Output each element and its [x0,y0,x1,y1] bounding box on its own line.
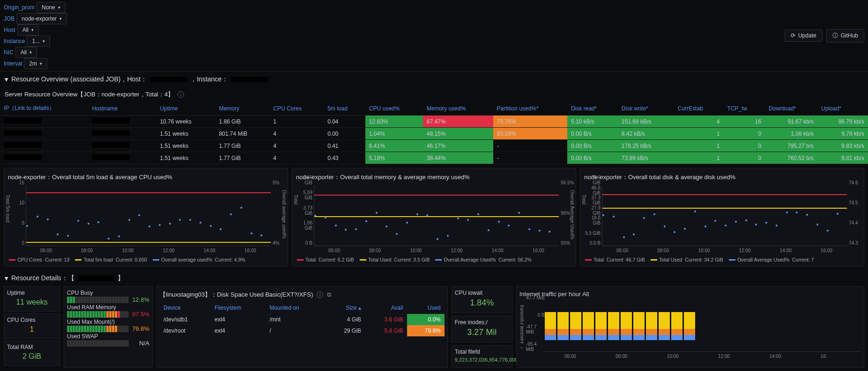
table-row: 1.51 weeks1.77 GiB40.41 6.41% 46.17% - 0… [0,140,868,152]
traffic-bar [646,312,657,340]
legend-item[interactable]: Overall Average Used% Current: 7 [729,257,814,262]
update-button[interactable]: ⟳Update [785,29,823,42]
gauge-value: 87.5% [132,311,149,318]
table-row: 1.51 weeks1.77 GiB40.43 5.18% 38.44% - 0… [0,152,868,164]
row-resource-details[interactable]: ▶ Resource Details：【 】 [0,270,868,286]
col-header[interactable]: Mounted on [266,302,325,314]
legend-item[interactable]: Overall average used% Current: 4.9% [153,257,245,262]
col-header[interactable]: TCP_tw [724,102,765,116]
col-header[interactable]: Download* [765,102,817,116]
col-header[interactable]: CPU Cores [269,102,324,116]
var-select-JOB[interactable]: node-exporter ▾ [16,13,67,24]
gauge-label: Used RAM Memory [67,304,149,311]
col-header[interactable]: Used [407,302,445,314]
col-header[interactable]: Device [160,302,211,314]
traffic-panel: Internet traffic per hour All transmit（-… [516,286,864,368]
legend-item[interactable]: Total Used Current: 34.2 GiB [651,257,723,262]
table-row: 1.51 weeks801.74 MiB40.00 1.04% 48.15% 8… [0,128,868,140]
var-select-Instance[interactable]: 1... ▾ [27,36,50,47]
external-link-icon[interactable]: ⧉ [327,291,331,298]
refresh-icon: ⟳ [791,32,795,39]
traffic-bar [570,312,581,340]
ip-link[interactable] [4,130,41,136]
chart-panel: node-exporter：Overall total memory & ave… [292,168,576,267]
chevron-down-icon: ▾ [59,16,62,21]
col-header[interactable]: IP（Link to details） [0,102,88,116]
chevron-down-icon: ▾ [30,50,32,55]
col-header[interactable]: Filesystem [211,302,266,314]
legend-item[interactable]: Overall Average Used% Current: 56.2% [435,257,532,262]
col-header[interactable]: Partition used%* [493,102,567,116]
github-button[interactable]: ⓘGitHub [826,29,864,43]
traffic-bar [545,312,556,340]
redacted-instance [231,77,268,82]
table-row: 10.76 weeks1.86 GiB10.04 12.83% 87.47% 7… [0,116,868,128]
var-select-Interval[interactable]: 2m ▾ [24,58,47,69]
col-header[interactable]: Memory [215,102,269,116]
gauge-label: Used Max Mount(/) [67,319,149,325]
traffic-y-axis-label: transmit（-）/ receive（+） [519,305,525,344]
legend-item[interactable]: CPU Cores Current: 13 [9,257,69,262]
gauge-panel: CPU Busy 12.8%Used RAM Memory 87.5%Used … [64,286,153,368]
disk-panel-title: 【linuxstaging03】：Disk Space Used Basic(E… [160,291,313,299]
legend-item[interactable]: Total Current: 6.2 GiB [297,257,354,262]
var-label-Instance: Instance [4,38,25,44]
row-resource-overview[interactable]: ▶ Resource Overview (associated JOB)，Hos… [0,72,868,87]
legend-item[interactable]: Total 5m load Current: 0.650 [75,257,147,262]
traffic-bar [659,312,670,340]
chart-panel: node-exporter：Overall total 5m load & av… [4,168,288,267]
chart-panel: node-exporter：Overall total disk & avera… [580,168,864,267]
traffic-bar [621,312,632,340]
gauge-bar [67,340,129,347]
hostname [92,130,129,136]
col-header[interactable]: CPU used% [365,102,423,116]
variable-bar: Origin_prom None ▾JOB node-exporter ▾Hos… [0,0,868,72]
overview-table: IP（Link to details）HostnameUptimeMemoryC… [0,102,868,164]
gauge-value: 79.8% [132,325,149,332]
chart-title: node-exporter：Overall total disk & avera… [583,171,861,185]
legend-item[interactable]: Total Current: 46.7 GiB [585,257,645,262]
col-header[interactable]: Disk write* [618,102,674,116]
table-row: /dev/rootext4/29 GiB 5.8 GiB 79.8% [160,325,445,336]
traffic-bar [608,312,619,340]
col-header[interactable]: CurrEstab [674,102,724,116]
var-select-Origin_prom[interactable]: None ▾ [37,2,66,13]
ip-link[interactable] [4,118,41,124]
traffic-bar [671,312,683,340]
stat-side: Total filefd9,223,372,036,854,776,000 [452,345,512,368]
ip-link[interactable] [4,154,41,160]
chevron-down-icon: ▶ [4,276,9,280]
var-label-Host: Host [4,27,15,33]
var-select-Host[interactable]: All ▾ [17,24,39,36]
legend-item[interactable]: Total Used Current: 3.5 GiB [360,257,430,262]
gauge-bar [67,297,129,303]
col-header[interactable]: 5m load [324,102,365,116]
info-icon[interactable]: i [178,91,184,98]
stat-side: CPU iowait1.84% [452,286,512,313]
var-label-JOB: JOB [4,15,15,22]
stat-ram: Total RAM2 GiB [4,341,60,366]
col-header[interactable]: Hostname [88,102,156,116]
gauge-value: 12.8% [132,296,149,303]
col-header[interactable]: Uptime [156,102,215,116]
traffic-bar [583,312,594,340]
traffic-title: Internet traffic per hour All [519,290,861,300]
var-select-NIC[interactable]: All ▾ [15,47,37,58]
info-icon[interactable]: i [317,291,323,298]
col-header[interactable]: Size ▴ [326,302,365,314]
table-row: /dev/sdb1ext4/mnt4 GiB 3.6 GiB 0.0% [160,314,445,325]
stat-cores: CPU Cores1 [4,313,60,339]
traffic-bar [633,312,645,340]
col-header[interactable]: Memory used% [423,102,493,116]
var-label-Origin_prom: Origin_prom [4,4,35,11]
ip-link[interactable] [4,142,41,148]
hostname [92,142,129,148]
gauge-label: CPU Busy [67,290,149,296]
col-header[interactable]: Disk read* [567,102,618,116]
hostname [92,154,129,160]
gauge-value: N/A [132,340,149,347]
stat-side: Free inodes:/3.27 Mil [452,316,512,342]
traffic-bar [595,312,607,340]
col-header[interactable]: Upload* [817,102,868,116]
col-header[interactable]: Avail [365,302,407,314]
